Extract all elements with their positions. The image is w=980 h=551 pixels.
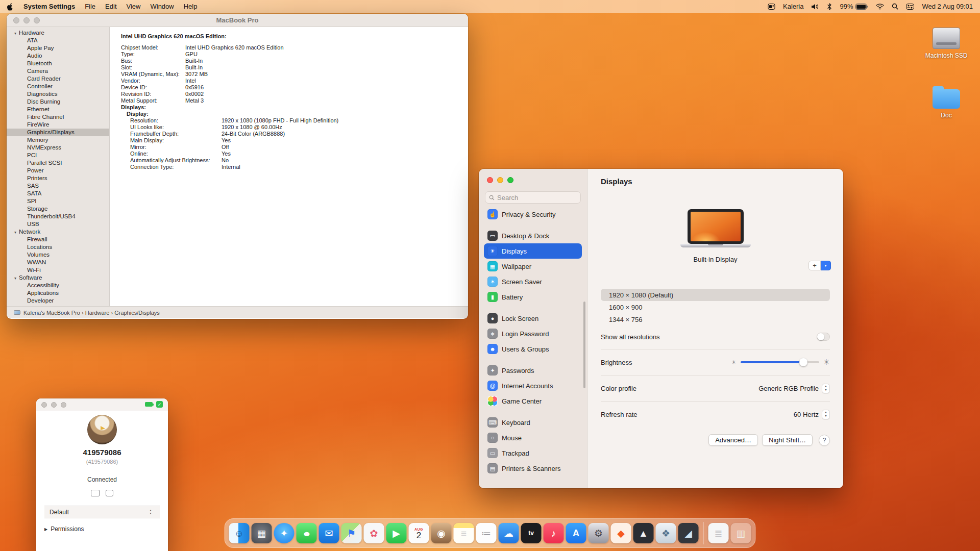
calendar-icon[interactable]: AUG 2: [409, 523, 429, 543]
app-dark-terminal-icon[interactable]: ◢: [678, 523, 699, 543]
system-info-titlebar[interactable]: MacBook Pro: [7, 14, 468, 27]
sysinfo-sidebar-item[interactable]: Fibre Channel: [7, 113, 109, 121]
color-profile-stepper[interactable]: ▲▼: [822, 384, 830, 393]
sidebar-scrollbar[interactable]: [583, 302, 585, 388]
messages-icon[interactable]: ●: [297, 523, 317, 543]
reminders-icon[interactable]: ≔: [476, 523, 497, 543]
search-field[interactable]: [485, 191, 581, 204]
chat-icon[interactable]: [106, 490, 113, 496]
menu-clock[interactable]: Wed 2 Aug 09:01: [922, 3, 973, 10]
sysinfo-sidebar-item[interactable]: Volumes: [7, 251, 109, 259]
sysinfo-sidebar-item[interactable]: Storage: [7, 205, 109, 213]
refresh-rate-stepper[interactable]: ▲▼: [822, 410, 830, 419]
sidebar-item-wallpaper[interactable]: ▦ Wallpaper: [484, 259, 582, 274]
sysinfo-sidebar-item[interactable]: USB: [7, 220, 109, 228]
sysinfo-sidebar-item[interactable]: Wi-Fi: [7, 266, 109, 274]
sysinfo-sidebar-item[interactable]: SPI: [7, 197, 109, 205]
sysinfo-sidebar-item[interactable]: Thunderbolt/USB4: [7, 213, 109, 220]
notes-icon[interactable]: ≡: [454, 523, 474, 543]
sidebar-item-login-password[interactable]: ∗ Login Password: [484, 326, 582, 341]
sysinfo-sidebar-item[interactable]: WWAN: [7, 259, 109, 266]
sidebar-item-displays[interactable]: ☀ Displays: [484, 243, 582, 259]
add-display-dropdown[interactable]: ▾: [821, 261, 831, 270]
app-light-gray-icon[interactable]: ❖: [656, 523, 676, 543]
trash-icon[interactable]: ▥: [731, 523, 751, 543]
photos-icon[interactable]: ✿: [364, 523, 384, 543]
menu-app-name[interactable]: System Settings: [23, 3, 75, 10]
sidebar-item-passwords[interactable]: ✦ Passwords: [484, 363, 582, 378]
resolution-option[interactable]: 980 × 551 (Default): [601, 289, 830, 301]
sysinfo-sidebar-item[interactable]: Graphics/Displays: [7, 129, 109, 136]
help-button[interactable]: ?: [819, 435, 830, 446]
user-menu[interactable]: Kaleria: [783, 3, 803, 10]
sysinfo-sidebar-item[interactable]: SATA: [7, 190, 109, 197]
control-center-icon[interactable]: [906, 4, 914, 10]
app-orange-diamond-icon[interactable]: ◆: [611, 523, 631, 543]
spotlight-icon[interactable]: [892, 3, 898, 10]
resolution-option[interactable]: 1600 × 900: [601, 301, 830, 313]
minimize-button[interactable]: [51, 402, 57, 408]
sysinfo-sidebar-item[interactable]: Parallel SCSI: [7, 159, 109, 167]
sysinfo-sidebar-item[interactable]: SAS: [7, 182, 109, 190]
tv-icon[interactable]: tv: [521, 523, 542, 543]
sysinfo-sidebar-item[interactable]: Ethernet: [7, 106, 109, 113]
sysinfo-sidebar-item[interactable]: Network: [7, 228, 109, 236]
quality-dropdown[interactable]: Default ▲▼: [44, 506, 160, 518]
menu-item[interactable]: Help: [184, 3, 198, 10]
menu-item[interactable]: File: [85, 3, 95, 10]
menu-item[interactable]: Window: [150, 3, 174, 10]
sysinfo-sidebar-item[interactable]: Diagnostics: [7, 90, 109, 98]
desktop-icon-doc[interactable]: Doc: [922, 85, 971, 119]
facetime-icon[interactable]: ▶: [386, 523, 407, 543]
wifi-icon[interactable]: [876, 3, 884, 10]
sidebar-item-battery[interactable]: ▮ Battery: [484, 289, 582, 305]
photo-booth-icon[interactable]: ◉: [431, 523, 452, 543]
music-icon[interactable]: ♪: [544, 523, 564, 543]
menu-item[interactable]: View: [127, 3, 141, 10]
sysinfo-sidebar-item[interactable]: Memory: [7, 136, 109, 144]
sysinfo-sidebar-item[interactable]: Software: [7, 274, 109, 282]
sidebar-item-privacy-security[interactable]: ☝ Privacy & Security: [484, 207, 582, 222]
add-display-button[interactable]: +: [808, 261, 821, 270]
close-button[interactable]: [487, 177, 493, 183]
sidebar-item-users-groups[interactable]: ☻ Users & Groups: [484, 341, 582, 357]
app-store-icon[interactable]: A: [566, 523, 586, 543]
app-dark-triangle-icon[interactable]: ▲: [633, 523, 654, 543]
apple-menu-icon[interactable]: [7, 3, 14, 11]
remote-window-titlebar[interactable]: ✓: [36, 398, 168, 411]
sidebar-item-trackpad[interactable]: ▭ Trackpad: [484, 445, 582, 461]
sysinfo-sidebar-item[interactable]: ATA: [7, 37, 109, 44]
sysinfo-sidebar-item[interactable]: Firewall: [7, 236, 109, 243]
sysinfo-sidebar-item[interactable]: Disc Burning: [7, 98, 109, 106]
battery-status[interactable]: 99%: [840, 3, 868, 10]
sysinfo-sidebar-item[interactable]: Developer: [7, 297, 109, 305]
sidebar-item-lock-screen[interactable]: ● Lock Screen: [484, 311, 582, 326]
desktop-icon-macintosh-ssd[interactable]: Macintosh SSD: [922, 28, 971, 59]
finder-icon[interactable]: ☺: [229, 523, 250, 543]
minimize-button[interactable]: [497, 177, 503, 183]
sysinfo-sidebar-item[interactable]: Accessibility: [7, 282, 109, 289]
permissions-disclosure[interactable]: ▶ Permissions: [44, 525, 168, 533]
resolution-option[interactable]: 1344 × 756: [601, 313, 830, 325]
sysinfo-sidebar-item[interactable]: Locations: [7, 243, 109, 251]
sidebar-item-screen-saver[interactable]: ✶ Screen Saver: [484, 274, 582, 289]
sysinfo-sidebar-item[interactable]: FireWire: [7, 121, 109, 129]
system-settings-icon[interactable]: ⚙: [589, 523, 609, 543]
sidebar-item-mouse[interactable]: ○ Mouse: [484, 430, 582, 445]
sidebar-item-keyboard[interactable]: ⌨ Keyboard: [484, 415, 582, 430]
sysinfo-sidebar-item[interactable]: Controller: [7, 83, 109, 90]
close-button[interactable]: [41, 402, 47, 408]
sidebar-item-internet-accounts[interactable]: @ Internet Accounts: [484, 378, 582, 393]
sysinfo-sidebar-item[interactable]: Applications: [7, 289, 109, 297]
search-input[interactable]: [497, 194, 577, 202]
display-share-icon[interactable]: [91, 490, 100, 496]
safari-icon[interactable]: ✦: [274, 523, 295, 543]
night-shift-button[interactable]: Night Shift…: [762, 434, 813, 446]
bluetooth-icon[interactable]: [827, 3, 832, 10]
sysinfo-sidebar-item[interactable]: Apple Pay: [7, 44, 109, 52]
sysinfo-sidebar-item[interactable]: Power: [7, 167, 109, 174]
sysinfo-sidebar-item[interactable]: NVMExpress: [7, 144, 109, 152]
maps-icon[interactable]: ⚑: [341, 523, 362, 543]
brightness-slider[interactable]: [741, 361, 819, 363]
status-menu-icon[interactable]: [768, 4, 775, 10]
